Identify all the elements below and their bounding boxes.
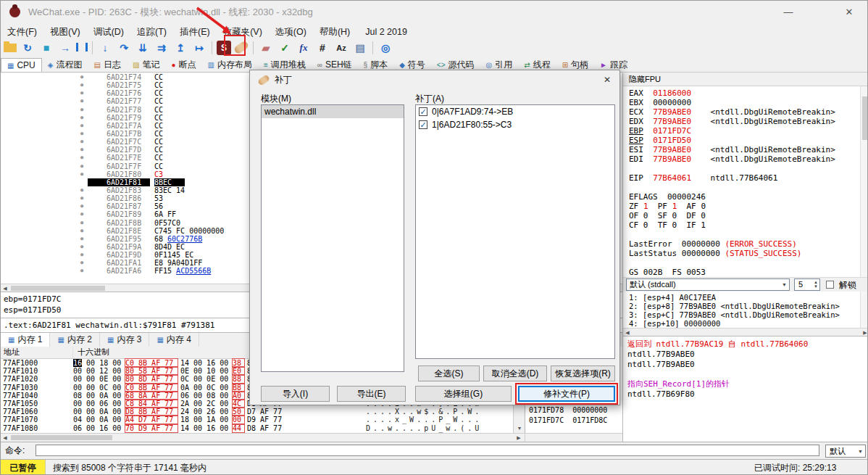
checkbox-checked-icon[interactable]: ✓	[419, 120, 427, 129]
scroll-left-icon[interactable]: ◀	[1, 434, 9, 441]
tab-notes[interactable]: ▨笔记	[127, 58, 165, 72]
pause-icon[interactable]	[76, 43, 88, 51]
check-icon[interactable]: ✓	[277, 40, 293, 56]
command-profile-select[interactable]: 默认 ▼	[825, 445, 866, 458]
animate-over-icon[interactable]: ⇉	[154, 40, 170, 56]
disasm-operand-link[interactable]: ACD5566B	[176, 267, 211, 275]
disasm-operand-link[interactable]: 60C2776B	[167, 235, 202, 243]
scroll-left-icon[interactable]: ◀	[1, 285, 9, 292]
memory-tab[interactable]: ▦内存 1	[1, 333, 50, 347]
tab-breakpoints[interactable]: ●断点	[165, 58, 201, 72]
register-line[interactable]: ESI 77B9ABE0 <ntdll.DbgUiRemoteBreakin>	[629, 145, 859, 154]
minimize-button[interactable]: —	[772, 1, 805, 24]
stack-row[interactable]: 0171FD78 00000000	[529, 406, 607, 414]
dump-row[interactable]: 77AF108006 00 16 0070 D9 AF 7714 00 16 0…	[1, 424, 525, 432]
menu-item[interactable]: 追踪(T)	[130, 24, 173, 41]
stack-hscrollbar[interactable]	[525, 433, 622, 442]
import-button[interactable]: 导入(I)	[261, 386, 330, 402]
register-line[interactable]: LastError 00000000 (ERROR_SUCCESS)	[629, 239, 859, 249]
fx-icon[interactable]: fx	[296, 40, 312, 56]
registers-hscrollbar[interactable]: ◀ ▶	[623, 328, 868, 336]
registers-vscrollbar[interactable]	[860, 86, 868, 328]
restore-selection-button[interactable]: 恢复选择项(R)	[551, 365, 615, 381]
eraser-icon[interactable]: ▰	[258, 40, 274, 56]
hash-icon[interactable]: #	[314, 40, 330, 56]
patch-list-item[interactable]: ✓0|6A7F1AD9:74->EB	[416, 105, 614, 118]
register-line[interactable]: GS 002B FS 0053	[629, 268, 859, 277]
open-file-icon[interactable]	[4, 44, 17, 52]
patch-icon[interactable]	[233, 40, 250, 54]
argument-line[interactable]: 3: [esp+C] 77B9ABE0 <ntdll.DbgUiRemoteBr…	[629, 310, 859, 319]
dialog-close-button[interactable]: ✕	[595, 70, 619, 89]
memory-tab[interactable]: ▦内存 4	[149, 333, 199, 347]
register-line[interactable]: EDX 77B9ABE0 <ntdll.DbgUiRemoteBreakin>	[629, 117, 859, 126]
register-line[interactable]: EFLAGS 00000246	[629, 192, 859, 202]
script-icon[interactable]: S	[217, 41, 231, 55]
unlock-checkbox[interactable]	[826, 281, 834, 289]
module-list-item[interactable]: wechatwin.dll	[262, 105, 404, 118]
select-all-button[interactable]: 全选(S)	[418, 365, 480, 381]
register-line[interactable]: LastStatus 00000000 (STATUS_SUCCESS)	[629, 249, 859, 258]
scroll-down-icon[interactable]: ▼	[515, 425, 524, 432]
register-line[interactable]	[629, 164, 859, 173]
dump-hscrollbar[interactable]: ◀ ▶	[1, 433, 525, 442]
patch-file-button[interactable]: 修补文件(P)	[518, 386, 615, 402]
menu-item[interactable]: 插件(E)	[173, 24, 217, 41]
register-line[interactable]	[629, 183, 859, 192]
calling-convention-select[interactable]: 默认 (stdcall) ▼	[626, 278, 790, 291]
menu-item[interactable]: 选项(O)	[269, 24, 313, 41]
notepad-icon[interactable]: ▤	[352, 40, 368, 56]
run-to-user-icon[interactable]: ↦	[191, 40, 207, 56]
tab-graph[interactable]: ◈流程图	[42, 58, 88, 72]
argument-line[interactable]: 4: [esp+10] 00000000	[629, 319, 859, 328]
dump-row[interactable]: 77AF107004 00 0A 00A4 D7 AF 7718 00 1A 0…	[1, 416, 525, 424]
export-button[interactable]: 导出(E)	[337, 386, 406, 402]
register-line[interactable]: EDI 77B9ABE0 <ntdll.DbgUiRemoteBreakin>	[629, 154, 859, 164]
scrollbar-thumb[interactable]	[11, 286, 105, 291]
deselect-all-button[interactable]: 取消全选(D)	[483, 365, 547, 381]
memory-tab[interactable]: ▦内存 3	[100, 333, 149, 347]
hide-fpu-button[interactable]: 隐藏FPU	[623, 73, 868, 86]
stop-icon[interactable]: ■	[38, 40, 54, 56]
stack-row[interactable]: 0171FD7C 0171FD8C	[529, 416, 607, 424]
step-out-icon[interactable]: ↥	[172, 40, 188, 56]
menu-item[interactable]: 视图(V)	[43, 24, 87, 41]
register-line[interactable]	[629, 258, 859, 268]
register-line[interactable]: ZF 1 PF 1 AF 0	[629, 202, 859, 211]
select-group-button[interactable]: 选择组(G)	[415, 386, 512, 402]
argument-line[interactable]: 2: [esp+8] 77B9ABE0 <ntdll.DbgUiRemoteBr…	[629, 302, 859, 310]
menu-item[interactable]: 文件(F)	[1, 24, 43, 41]
register-line[interactable]: ESP 0171FD50	[629, 136, 859, 145]
modules-listbox[interactable]: wechatwin.dll	[261, 104, 404, 372]
patch-dialog-title-bar[interactable]: 补丁 ✕	[250, 70, 619, 89]
telescope-icon[interactable]: ◎	[377, 40, 393, 56]
register-line[interactable]: EBP 0171FD7C	[629, 126, 859, 136]
patches-listbox[interactable]: ✓0|6A7F1AD9:74->EB✓1|6AD21F80:55->C3	[415, 104, 615, 359]
register-line[interactable]: OF 0 SF 0 DF 0	[629, 211, 859, 220]
step-over-icon[interactable]: ↷	[116, 40, 132, 56]
register-line[interactable]: EIP 77B64061 ntdll.77B64061	[629, 173, 859, 183]
patch-list-item[interactable]: ✓1|6AD21F80:55->C3	[416, 118, 614, 131]
register-line[interactable]: EAX 01186000	[629, 88, 859, 98]
register-line[interactable]	[629, 230, 859, 239]
checkbox-checked-icon[interactable]: ✓	[419, 107, 427, 116]
register-line[interactable]: ECX 77B9ABE0 <ntdll.DbgUiRemoteBreakin>	[629, 107, 859, 117]
scrollbar-thumb[interactable]	[11, 435, 112, 440]
register-line[interactable]: EBX 00000000	[629, 98, 859, 107]
tab-log[interactable]: ▤日志	[88, 58, 127, 72]
scroll-left-icon[interactable]: ◀	[623, 329, 632, 336]
register-line[interactable]: CF 0 TF 0 IF 1	[629, 220, 859, 230]
animate-into-icon[interactable]: ⇊	[135, 40, 151, 56]
dump-row[interactable]: 77AF106000 00 0A 00D8 8B AF 7724 00 26 0…	[1, 408, 525, 416]
menu-item[interactable]: 调试(D)	[87, 24, 130, 41]
scroll-right-icon[interactable]: ▶	[514, 434, 523, 441]
az-icon[interactable]: Az	[333, 40, 349, 56]
run-icon[interactable]: →	[57, 40, 73, 56]
argument-count-stepper[interactable]: 5 ▲▼	[794, 278, 820, 291]
menu-item[interactable]: 收藏夹(V)	[217, 24, 269, 41]
tab-cpu[interactable]: ▦CPU	[1, 58, 42, 72]
close-window-button[interactable]: ✕	[832, 1, 866, 24]
stepper-arrows-icon[interactable]: ▲▼	[814, 280, 818, 289]
memory-tab[interactable]: ▦内存 2	[50, 333, 99, 347]
menu-item[interactable]: 帮助(H)	[313, 24, 356, 41]
